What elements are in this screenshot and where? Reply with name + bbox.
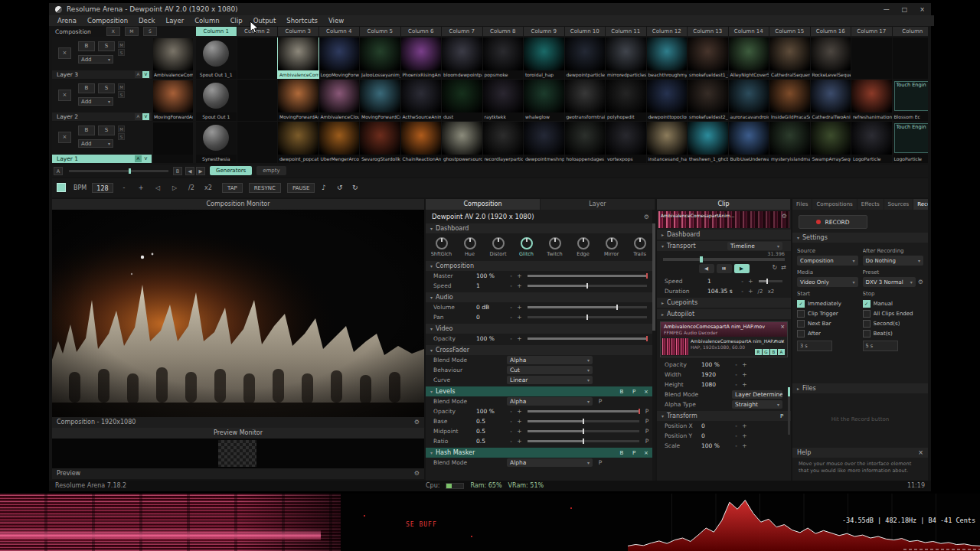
clip-cell[interactable]: bloomdewpointpar (442, 37, 482, 79)
column-header-11[interactable]: Column 11 (606, 27, 646, 36)
menu-arena[interactable]: Arena (52, 17, 82, 24)
param-slider[interactable] (528, 420, 639, 422)
increment-button[interactable]: + (515, 418, 524, 425)
increment-button[interactable]: + (740, 432, 749, 439)
play-button[interactable]: ▶ (734, 264, 750, 273)
bpm-x-button[interactable]: - (119, 183, 129, 193)
clip-cell[interactable]: RockeLevelSequenc (811, 37, 851, 79)
stop-duration-field[interactable]: 5 s (863, 341, 898, 351)
clip-cell[interactable]: toroidal_hap (524, 37, 564, 79)
bounce-icon[interactable]: ⇄ (781, 264, 786, 271)
layer-solo-button[interactable]: S (98, 126, 115, 135)
clip-cell-empty[interactable] (237, 37, 278, 79)
clip-cell[interactable]: dewpointmeshnpart (524, 122, 564, 163)
layer-bypass-button[interactable]: B (78, 126, 95, 135)
decrement-button[interactable]: - (507, 438, 515, 445)
clip-cell[interactable]: geotransformtrails (565, 80, 606, 121)
duration-2-button[interactable]: /2 (755, 289, 766, 295)
param-value[interactable]: 100 % (701, 361, 732, 368)
tab-layer[interactable]: Layer (541, 199, 655, 210)
param-slider[interactable] (528, 306, 647, 308)
tab-effects[interactable]: Effects (858, 199, 884, 210)
clip-cell-empty[interactable] (893, 37, 929, 79)
clip-cell[interactable]: LogoMovingForwar (319, 37, 360, 79)
column-header-8[interactable]: Column 8 (483, 27, 524, 36)
layer-bypass-button[interactable]: B (78, 83, 95, 93)
duration-x2-button[interactable]: x2 (766, 289, 776, 295)
column-header-5[interactable]: Column 5 (360, 27, 400, 36)
layer-bypass-button[interactable]: B (78, 41, 95, 51)
bypass-effect-button[interactable]: B (617, 389, 626, 395)
decrement-button[interactable]: - (507, 335, 515, 342)
bypass-effect-button[interactable]: B (617, 450, 626, 456)
column-header-12[interactable]: Column 12 (647, 27, 688, 36)
clip-cell-touch[interactable]: Touch EnginBlossom Ec (893, 80, 929, 121)
increment-button[interactable]: + (740, 381, 749, 388)
clip-cell[interactable]: refreshanimation_f (851, 80, 892, 121)
stop-option-beat-s[interactable]: Beat(s) (863, 328, 924, 338)
clip-cell[interactable]: SevarogStardollkri (360, 122, 400, 163)
undo-icon[interactable]: ↺ (337, 183, 343, 193)
crossfader-handle[interactable] (129, 168, 131, 174)
decrement-button[interactable]: - (732, 422, 740, 429)
menu-layer[interactable]: Layer (160, 17, 189, 24)
clip-cell[interactable]: mirroredparticles (606, 37, 646, 79)
param-slider[interactable] (528, 275, 647, 277)
dashboard-knob-distort[interactable]: Distort (488, 237, 509, 257)
column-header-18[interactable]: Column (893, 27, 929, 36)
decrement-button[interactable]: - (507, 418, 515, 425)
section-header-video[interactable]: ▾Video (426, 324, 655, 334)
increment-button[interactable]: + (515, 428, 524, 435)
source-dropdown[interactable]: Composition▾ (797, 256, 858, 266)
increment-button[interactable]: + (740, 371, 749, 378)
column-header-15[interactable]: Column 15 (769, 27, 810, 36)
pause-button[interactable]: PAUSE (287, 183, 315, 193)
param-value[interactable]: 1 (707, 278, 738, 285)
preview-settings-gear-icon[interactable]: ⚙ (414, 468, 420, 479)
menu-shortcuts[interactable]: Shortcuts (281, 17, 323, 24)
play-backwards-button[interactable]: ◀ (699, 264, 714, 273)
loop-icon[interactable]: ↻ (773, 264, 778, 271)
next-deck-icon[interactable]: ▶ (196, 167, 205, 175)
column-header-9[interactable]: Column 9 (524, 27, 564, 36)
param-value[interactable]: 0.5 (476, 438, 507, 445)
clip-cell-touch[interactable]: Touch EnginLogoParticle (893, 122, 929, 163)
section-header-levels[interactable]: ▾LevelsBP× (426, 386, 655, 396)
section-header-transform[interactable]: ▾TransformP (657, 411, 791, 421)
param-slider[interactable] (528, 285, 647, 287)
decrement-button[interactable]: - (732, 371, 740, 378)
tap-button[interactable]: TAP (222, 183, 243, 193)
blend-mode-dropdown[interactable]: Alpha▾ (507, 356, 593, 364)
param-animation-button[interactable]: P (643, 408, 651, 415)
increment-button[interactable]: + (515, 272, 524, 279)
section-header-crossfader[interactable]: ▾CrossFader (426, 345, 655, 355)
prev-deck-icon[interactable]: ◀ (185, 167, 194, 175)
clip-cell[interactable]: AlleyNightCoverSeq (729, 37, 769, 79)
param-value[interactable]: 100 % (476, 408, 507, 415)
decrement-button[interactable]: - (507, 314, 515, 321)
clip-cell[interactable]: BulbUseUnderwater (729, 122, 769, 163)
clip-cell-source[interactable]: Spout Out 1_1 (196, 37, 237, 79)
param-animation-button[interactable]: P (596, 398, 604, 405)
composition-panel-scrollbar[interactable] (652, 210, 655, 481)
column-header-16[interactable]: Column 16 (811, 27, 851, 36)
channel-r-button[interactable]: R (755, 349, 762, 355)
param-value[interactable]: 0.5 (476, 418, 507, 425)
metronome-icon[interactable]: ♪ (322, 183, 326, 193)
composition-m-button[interactable]: M (125, 27, 139, 36)
layer-a-toggle[interactable]: A (135, 113, 142, 120)
effect-param-button[interactable]: P (629, 450, 639, 456)
clip-settings-gear-icon[interactable]: ⚙ (782, 213, 787, 220)
stop-option-all-clips-ended[interactable]: All Clips Ended (863, 308, 924, 318)
clip-cell[interactable]: dewpointparticles (565, 37, 606, 79)
increment-button[interactable]: + (515, 282, 524, 289)
column-header-7[interactable]: Column 7 (442, 27, 482, 36)
dashboard-knob-twitch[interactable]: Twitch (544, 237, 566, 257)
clip-cell[interactable]: ghostpowersource (442, 122, 482, 163)
dashboard-knob-glitch[interactable]: Glitch (516, 237, 537, 257)
param-value[interactable]: 0 (701, 432, 732, 439)
close-button[interactable]: × (920, 6, 925, 13)
section-header-hash-masker[interactable]: ▾Hash MaskerBP× (426, 448, 655, 458)
clip-cell[interactable]: AmbivalenceClouds (319, 80, 360, 121)
composition-settings-gear-icon[interactable]: ⚙ (644, 214, 649, 220)
